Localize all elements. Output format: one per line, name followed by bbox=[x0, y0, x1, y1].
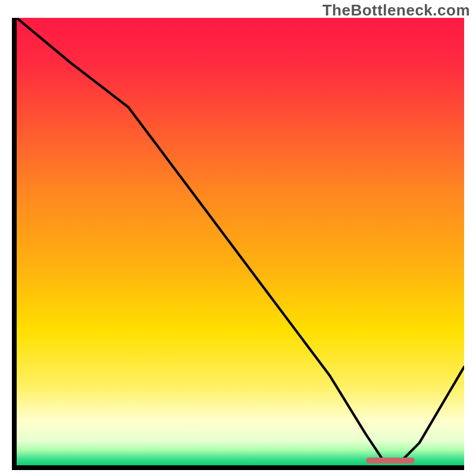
watermark-text: TheBottleneck.com bbox=[322, 1, 470, 20]
plot-frame bbox=[12, 18, 464, 470]
optimal-range-marker bbox=[366, 458, 415, 464]
bottleneck-curve bbox=[17, 18, 464, 465]
chart-stage: TheBottleneck.com bbox=[0, 0, 476, 476]
plot-area bbox=[17, 18, 464, 465]
